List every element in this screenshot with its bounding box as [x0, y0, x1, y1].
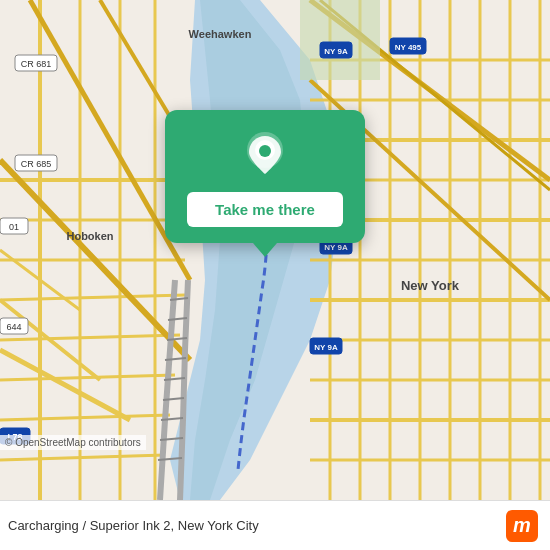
svg-text:Hoboken: Hoboken [66, 230, 113, 242]
map-attribution: © OpenStreetMap contributors [0, 435, 146, 450]
svg-text:NY 9A: NY 9A [314, 343, 338, 352]
svg-text:NY 9A: NY 9A [324, 243, 348, 252]
svg-text:NY 495: NY 495 [395, 43, 422, 52]
svg-text:CR 681: CR 681 [21, 59, 52, 69]
svg-text:Weehawken: Weehawken [189, 28, 252, 40]
svg-text:CR 685: CR 685 [21, 159, 52, 169]
svg-rect-43 [300, 0, 380, 80]
bottom-bar: Carcharging / Superior Ink 2, New York C… [0, 500, 550, 550]
map-container: CR 681 CR 685 01 644 I 78 NY 9A NY 9A NY… [0, 0, 550, 500]
svg-text:New York: New York [401, 278, 460, 293]
svg-text:01: 01 [9, 222, 19, 232]
svg-point-76 [259, 145, 271, 157]
popup-card: Take me there [165, 110, 365, 243]
moovit-icon: m [506, 510, 538, 542]
svg-text:NY 9A: NY 9A [324, 47, 348, 56]
take-me-there-button[interactable]: Take me there [187, 192, 343, 227]
pin-icon [239, 128, 291, 180]
moovit-logo: m [506, 510, 538, 542]
location-text: Carcharging / Superior Ink 2, New York C… [8, 518, 259, 533]
svg-text:644: 644 [6, 322, 21, 332]
